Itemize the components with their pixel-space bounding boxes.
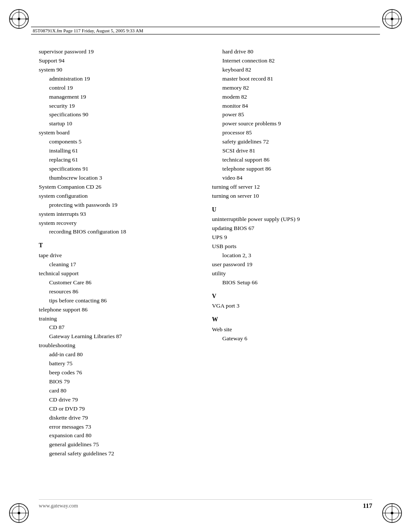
right-index-entry-7: power 85 xyxy=(212,110,372,119)
right-index-entry-25: BIOS Setup 66 xyxy=(212,278,372,287)
left-index-entry-35: beep codes 76 xyxy=(39,368,199,377)
left-index-entry-14: thumbscrew location 3 xyxy=(39,174,199,183)
left-index-entry-8: startup 10 xyxy=(39,119,199,128)
left-index-entry-25: Customer Care 86 xyxy=(39,278,199,287)
right-index-entry-17: U xyxy=(212,205,372,215)
right-index-entry-9: processor 85 xyxy=(212,128,372,137)
left-index-entry-18: system interrupts 93 xyxy=(39,210,199,219)
footer: www.gateway.com 117 xyxy=(39,499,372,510)
header-text: 85T08791X.fm Page 117 Friday, August 5, … xyxy=(33,28,143,33)
left-index-entry-28: telephone support 86 xyxy=(39,305,199,314)
left-index-entry-32: troubleshooting xyxy=(39,341,199,350)
svg-point-4 xyxy=(18,18,20,20)
right-index-entry-26: V xyxy=(212,292,372,301)
left-index-entry-0: supervisor password 19 xyxy=(39,47,199,56)
header-bar: 85T08791X.fm Page 117 Friday, August 5, … xyxy=(31,27,380,34)
left-index-entry-26: resources 86 xyxy=(39,287,199,296)
left-index-entry-1: Support 94 xyxy=(39,56,199,65)
right-index-entry-13: telephone support 86 xyxy=(212,165,372,174)
svg-point-11 xyxy=(391,18,393,20)
left-index-entry-7: specifications 90 xyxy=(39,110,199,119)
page: 85T08791X.fm Page 117 Friday, August 5, … xyxy=(0,0,411,532)
left-index-entry-5: management 19 xyxy=(39,93,199,102)
right-index-entry-10: safety guidelines 72 xyxy=(212,137,372,146)
right-index-entry-12: technical support 86 xyxy=(212,156,372,165)
corner-decoration-br xyxy=(381,502,403,524)
right-index-entry-3: master boot record 81 xyxy=(212,75,372,84)
left-index-entry-38: CD drive 79 xyxy=(39,395,199,404)
right-index-entry-24: utility xyxy=(212,269,372,278)
left-index-entry-20: recording BIOS configuration 18 xyxy=(39,227,199,236)
left-index-entry-30: CD 87 xyxy=(39,323,199,332)
right-index-entry-8: power source problems 9 xyxy=(212,119,372,128)
right-index-entry-0: hard drive 80 xyxy=(212,47,372,56)
svg-point-21 xyxy=(391,512,393,514)
left-index-entry-29: training xyxy=(39,314,199,324)
left-index-entry-16: system configuration xyxy=(39,192,199,201)
left-index-entry-10: components 5 xyxy=(39,137,199,146)
left-column: supervisor password 19Support 94system 9… xyxy=(39,47,199,493)
right-index-entry-20: UPS 9 xyxy=(212,233,372,242)
left-index-entry-36: BIOS 79 xyxy=(39,377,199,386)
right-index-entry-14: video 84 xyxy=(212,174,372,183)
right-column: hard drive 80Internet connection 82keybo… xyxy=(212,47,372,493)
left-index-entry-31: Gateway Learning Libraries 87 xyxy=(39,332,199,341)
right-index-entry-1: Internet connection 82 xyxy=(212,56,372,65)
left-index-entry-12: replacing 61 xyxy=(39,156,199,165)
left-index-entry-22: tape drive xyxy=(39,251,199,260)
left-index-entry-39: CD or DVD 79 xyxy=(39,404,199,414)
corner-decoration-tr xyxy=(381,8,403,30)
left-index-entry-40: diskette drive 79 xyxy=(39,414,199,423)
left-index-entry-2: system 90 xyxy=(39,65,199,75)
left-index-entry-19: system recovery xyxy=(39,219,199,228)
right-index-entry-11: SCSI drive 81 xyxy=(212,146,372,156)
right-index-entry-30: Gateway 6 xyxy=(212,334,372,343)
left-index-entry-3: administration 19 xyxy=(39,75,199,84)
left-index-entry-13: specifications 91 xyxy=(39,165,199,174)
corner-decoration-bl xyxy=(8,502,30,524)
right-index-entry-6: monitor 84 xyxy=(212,102,372,111)
footer-website: www.gateway.com xyxy=(39,503,78,509)
right-index-entry-22: location 2, 3 xyxy=(212,251,372,260)
right-index-entry-19: updating BIOS 67 xyxy=(212,224,372,233)
left-index-entry-37: card 80 xyxy=(39,386,199,395)
corner-decoration-tl xyxy=(8,8,30,30)
right-index-entry-4: memory 82 xyxy=(212,84,372,93)
left-index-entry-4: control 19 xyxy=(39,84,199,93)
left-index-entry-21: T xyxy=(39,241,199,250)
right-index-entry-18: uninterruptible power supply (UPS) 9 xyxy=(212,215,372,224)
page-number: 117 xyxy=(363,502,372,510)
right-index-entry-23: user password 19 xyxy=(212,260,372,269)
left-index-entry-44: general safety guidelines 72 xyxy=(39,449,199,458)
left-index-entry-11: installing 61 xyxy=(39,146,199,156)
left-index-entry-24: technical support xyxy=(39,269,199,278)
right-index-entry-2: keyboard 82 xyxy=(212,65,372,75)
left-index-entry-34: battery 75 xyxy=(39,359,199,368)
right-index-entry-16: turning on server 10 xyxy=(212,192,372,201)
right-index-entry-5: modem 82 xyxy=(212,93,372,102)
left-index-entry-17: protecting with passwords 19 xyxy=(39,201,199,210)
left-index-entry-27: tips before contacting 86 xyxy=(39,296,199,305)
right-index-entry-15: turning off server 12 xyxy=(212,183,372,192)
svg-point-16 xyxy=(18,512,20,514)
right-index-entry-21: USB ports xyxy=(212,242,372,251)
right-index-entry-29: Web site xyxy=(212,325,372,334)
left-index-entry-15: System Companion CD 26 xyxy=(39,183,199,192)
main-content: supervisor password 19Support 94system 9… xyxy=(39,47,372,493)
left-index-entry-23: cleaning 17 xyxy=(39,260,199,269)
left-index-entry-43: general guidelines 75 xyxy=(39,440,199,449)
right-index-entry-28: W xyxy=(212,315,372,324)
left-index-entry-42: expansion card 80 xyxy=(39,431,199,440)
left-index-entry-33: add-in card 80 xyxy=(39,350,199,359)
right-index-entry-27: VGA port 3 xyxy=(212,302,372,311)
left-index-entry-41: error messages 73 xyxy=(39,423,199,432)
left-index-entry-6: security 19 xyxy=(39,102,199,111)
left-index-entry-9: system board xyxy=(39,128,199,137)
